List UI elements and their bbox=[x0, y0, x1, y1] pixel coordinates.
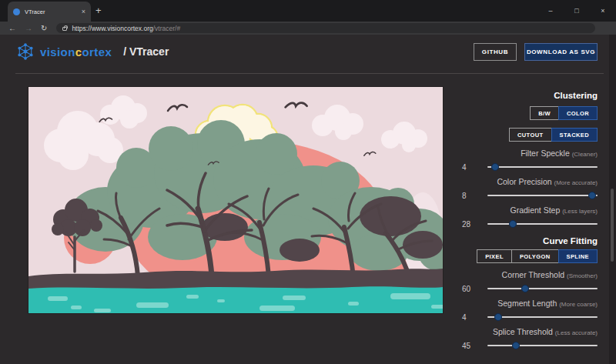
tab-close-icon[interactable]: × bbox=[82, 8, 85, 15]
segment-length-label-text: Segment Length bbox=[497, 299, 557, 308]
corner-threshold-hint: (Smoother) bbox=[567, 272, 598, 279]
clustering-heading: Clustering bbox=[462, 91, 598, 101]
browser-toolbar: ← → ↻ https://www.visioncortex.org/vtrac… bbox=[0, 22, 616, 35]
forward-icon: → bbox=[25, 25, 32, 32]
curve-fitting-heading: Curve Fitting bbox=[462, 236, 598, 246]
filter-speckle-row: 4 bbox=[462, 162, 598, 172]
segment-length-slider[interactable] bbox=[487, 312, 598, 322]
maximize-button[interactable]: □ bbox=[564, 0, 590, 22]
slider-track bbox=[487, 195, 598, 196]
splice-threshold-hint: (Less accurate) bbox=[555, 329, 598, 336]
splice-threshold-slider[interactable] bbox=[487, 341, 598, 350]
corner-threshold-row: 60 bbox=[462, 284, 598, 293]
app-header: visioncortex / VTracer GITHUB DOWNLOAD A… bbox=[0, 35, 616, 73]
tab-title: VTracer bbox=[25, 8, 77, 15]
splice-threshold-label-text: Splice Threshold bbox=[493, 327, 553, 336]
corner-threshold-handle[interactable] bbox=[521, 285, 529, 292]
corner-threshold-label-text: Corner Threshold bbox=[502, 270, 565, 279]
corner-threshold-label: Corner Threshold (Smoother) bbox=[462, 271, 598, 280]
minimize-button[interactable]: – bbox=[537, 0, 564, 22]
filter-speckle-hint: (Cleaner) bbox=[572, 151, 598, 158]
download-as-svg-button[interactable]: DOWNLOAD AS SVG bbox=[524, 43, 598, 61]
gradient-step-label-text: Gradient Step bbox=[510, 205, 560, 215]
brand-text: visioncortex bbox=[40, 45, 112, 58]
gradient-step-handle[interactable] bbox=[509, 220, 517, 228]
segment-length-label: Segment Length (More coarse) bbox=[462, 299, 598, 309]
slider-track bbox=[487, 166, 598, 168]
cutout-button[interactable]: CUTOUT bbox=[509, 128, 552, 142]
settings-sidebar: Clustering B/W COLOR CUTOUT STACKED Filt… bbox=[462, 91, 598, 350]
tab-strip: VTracer × + – □ × bbox=[0, 0, 616, 22]
color-precision-slider[interactable] bbox=[487, 191, 598, 200]
stacked-button[interactable]: STACKED bbox=[551, 128, 598, 142]
brand[interactable]: visioncortex / VTracer bbox=[17, 43, 169, 60]
splice-threshold-handle[interactable] bbox=[512, 342, 520, 349]
corner-threshold-slider[interactable] bbox=[487, 284, 598, 293]
color-precision-row: 8 bbox=[462, 191, 598, 200]
header-divider bbox=[15, 73, 604, 74]
preview-illustration bbox=[28, 87, 443, 313]
slider-track bbox=[487, 345, 598, 346]
slider-track bbox=[487, 288, 598, 289]
browser-window: VTracer × + – □ × ← → ↻ https://www.visi… bbox=[0, 0, 616, 364]
color-precision-label-text: Color Precision bbox=[497, 177, 551, 186]
url-host: https://www.visioncortex.org bbox=[72, 25, 152, 32]
lock-icon bbox=[62, 27, 67, 31]
color-button[interactable]: COLOR bbox=[558, 106, 598, 120]
gradient-step-slider[interactable] bbox=[487, 219, 598, 229]
pixel-button[interactable]: PIXEL bbox=[477, 249, 512, 263]
tab-vtracer[interactable]: VTracer × bbox=[8, 2, 91, 22]
clustering-layer-group: CUTOUT STACKED bbox=[462, 128, 598, 142]
refresh-icon[interactable]: ↻ bbox=[41, 25, 47, 32]
clustering-mode-group: B/W COLOR bbox=[462, 106, 598, 120]
visioncortex-logo-icon bbox=[17, 43, 34, 60]
color-precision-handle[interactable] bbox=[588, 192, 596, 199]
spline-button[interactable]: SPLINE bbox=[558, 249, 598, 263]
segment-length-handle[interactable] bbox=[494, 313, 502, 321]
segment-length-row: 4 bbox=[462, 312, 598, 322]
curve-fitting-mode-group: PIXEL POLYGON SPLINE bbox=[462, 249, 598, 263]
bw-button[interactable]: B/W bbox=[530, 106, 559, 120]
corner-threshold-value: 60 bbox=[462, 285, 482, 293]
color-precision-value: 8 bbox=[462, 192, 482, 200]
gradient-step-value: 28 bbox=[462, 220, 482, 229]
color-precision-hint: (More accurate) bbox=[554, 179, 598, 186]
new-tab-button[interactable]: + bbox=[95, 5, 102, 17]
filter-speckle-slider[interactable] bbox=[487, 162, 598, 172]
tab-favicon-icon bbox=[13, 8, 20, 15]
url-text: https://www.visioncortex.org/vtracer/# bbox=[72, 25, 180, 32]
slider-track bbox=[487, 316, 598, 318]
slider-track bbox=[487, 223, 598, 225]
segment-length-value: 4 bbox=[462, 313, 482, 322]
page-scrollbar[interactable] bbox=[609, 35, 616, 364]
close-button[interactable]: × bbox=[590, 0, 616, 22]
brand-ortex: ortex bbox=[82, 45, 112, 58]
segment-length-hint: (More coarse) bbox=[559, 301, 598, 308]
brand-c: c bbox=[75, 45, 82, 58]
polygon-button[interactable]: POLYGON bbox=[511, 249, 559, 263]
window-controls: – □ × bbox=[537, 0, 616, 22]
splice-threshold-row: 45 bbox=[462, 341, 598, 350]
filter-speckle-label: Filter Speckle (Cleaner) bbox=[462, 149, 598, 159]
scrollbar-thumb[interactable] bbox=[611, 189, 614, 262]
splice-threshold-value: 45 bbox=[462, 342, 482, 350]
back-icon[interactable]: ← bbox=[8, 25, 16, 32]
brand-vision: vision bbox=[40, 45, 75, 58]
gradient-step-row: 28 bbox=[462, 219, 598, 229]
color-precision-label: Color Precision (More accurate) bbox=[462, 178, 598, 187]
filter-speckle-handle[interactable] bbox=[491, 163, 499, 171]
filter-speckle-label-text: Filter Speckle bbox=[521, 149, 570, 158]
address-bar[interactable]: https://www.visioncortex.org/vtracer/# bbox=[56, 23, 595, 33]
filter-speckle-value: 4 bbox=[462, 163, 482, 172]
splice-threshold-label: Splice Threshold (Less accurate) bbox=[462, 328, 598, 337]
app-name: / VTracer bbox=[123, 45, 169, 58]
gradient-step-hint: (Less layers) bbox=[562, 208, 598, 215]
github-button[interactable]: GITHUB bbox=[474, 43, 517, 61]
header-buttons: GITHUB DOWNLOAD AS SVG bbox=[474, 43, 598, 61]
gradient-step-label: Gradient Step (Less layers) bbox=[462, 206, 598, 215]
url-path: /vtracer/# bbox=[153, 25, 180, 32]
